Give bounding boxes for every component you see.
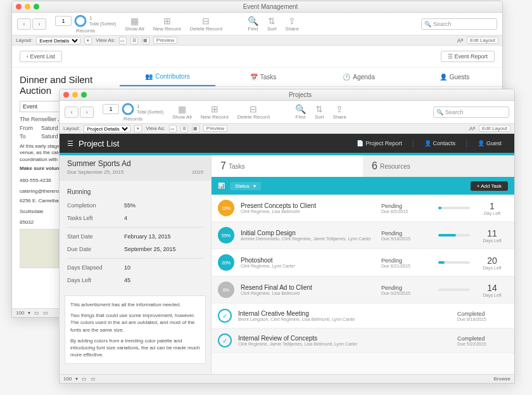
tab-resources[interactable]: 6Resources [363,155,514,177]
task-row[interactable]: 55% Initial Comp DesignArmine Delmontell… [212,222,514,249]
form-view-button[interactable]: ▭ [169,125,177,133]
back-event-list-button[interactable]: ‹ Event List [20,51,62,62]
close-icon[interactable] [63,92,69,98]
note-p1: This advertisment has all the informatio… [70,301,200,308]
layout-bar: Layout: Event Details ▾ View As: ▭ ☰ ▦ P… [12,36,502,46]
mode-label[interactable]: Browse [493,376,510,382]
to-value: Saturd [41,133,58,139]
task-row[interactable]: ✓ Internal Review of ConceptsClint Regim… [212,328,514,353]
elapsed-value: 10 [124,264,130,271]
tab-contributors[interactable]: 👥Contributors [120,68,215,86]
task-assignees: Clint Regimine, Jamie Tellijames, Lisa B… [238,342,451,346]
task-list: 10% Present Concepts to ClientClint Regi… [212,195,514,383]
record-number-input[interactable] [55,16,72,26]
records-label: Records [124,116,142,122]
next-record-button[interactable]: › [80,107,94,118]
record-total: 1Total (Sorted) [137,103,163,115]
search-icon: 🔍 [424,21,431,27]
table-view-button[interactable]: ▦ [142,37,149,44]
toolbar: ‹ › 1Total (Sorted) Records ▦Show All ⊞N… [60,101,514,124]
new-record-button[interactable]: ⊞New Record [153,16,181,32]
edit-layout-button[interactable]: Edit Layout [467,37,498,44]
task-title: Initial Comp Design [241,230,375,236]
add-task-button[interactable]: + Add Task [471,181,508,191]
task-row[interactable]: 0% Resend Final Ad to ClientClint Regimi… [212,276,514,304]
delete-record-button[interactable]: ⊟Delete Record [190,16,222,32]
to-label: To [20,133,39,139]
project-name: Summer Sports Ad [67,159,203,168]
check-icon: ✓ [218,309,232,323]
sb-icon2[interactable]: ▭ [91,376,96,382]
preview-button[interactable]: Preview [203,125,227,132]
show-all-button[interactable]: ▦Show All [172,105,192,120]
task-row[interactable]: 20% PhotoshootClint Regimine, Lynn Carte… [212,249,514,276]
task-title: Internal Creative Meeting [238,310,451,317]
zoom-icon[interactable] [81,92,87,98]
sb-icon[interactable]: ▭ [82,376,87,382]
preview-button[interactable]: Preview [153,37,177,44]
due-label: Due Date [67,246,124,252]
list-view-button[interactable]: ☰ [180,125,188,133]
tab-tasks[interactable]: 7Tasks [212,155,363,177]
sb-icon[interactable]: ▭ [34,310,39,316]
project-note[interactable]: This advertisment has all the informatio… [65,295,206,364]
minimize-icon[interactable] [25,4,30,10]
zoom-icon[interactable] [34,4,39,10]
find-button[interactable]: 🔍Find [295,105,306,120]
guest-button[interactable]: 👤Guest [472,140,507,146]
zoom-value[interactable]: 100 [63,376,72,382]
progress-bar [438,261,470,264]
prev-record-button[interactable]: ‹ [17,18,31,30]
event-report-button[interactable]: ☰ Event Report [441,51,495,62]
find-button[interactable]: 🔍Find [248,16,258,32]
layout-select[interactable]: Project Details [84,125,130,133]
task-due: Due 5/22/2015 [457,342,508,346]
map-thumbnail[interactable] [20,229,59,268]
project-list-header: ☰ Project List 📄Project Report | 👤Contac… [60,134,514,153]
task-status: Completed [457,335,508,342]
list-view-button[interactable]: ☰ [130,37,138,44]
task-row[interactable]: 10% Present Concepts to ClientClint Regi… [212,195,514,222]
tab-agenda[interactable]: 🕐Agenda [311,68,407,86]
progress-badge: 10% [218,200,234,216]
delete-record-button[interactable]: ⊟Delete Record [238,105,270,120]
show-all-button[interactable]: ▦Show All [125,16,144,32]
text-size-icon[interactable]: Aª [457,37,463,44]
close-icon[interactable] [16,4,22,10]
new-record-button[interactable]: ⊞New Record [201,105,229,120]
prev-record-button[interactable]: ‹ [65,107,79,118]
edit-layout-button[interactable]: Edit Layout [479,125,510,132]
tab-guests[interactable]: 👤Guests [407,68,502,86]
search-input[interactable]: 🔍Search [433,107,509,118]
sort-button[interactable]: ⇅Sort [267,16,277,32]
progress-badge: 20% [218,254,234,271]
zoom-value[interactable]: 100 [16,310,24,316]
titlebar[interactable]: Projects [60,89,514,101]
sb-icon2[interactable]: ▭ [43,310,48,316]
people-icon: 👥 [145,73,153,80]
minimize-icon[interactable] [72,92,78,98]
tab-tasks[interactable]: 📅Tasks [215,68,311,86]
chart-icon[interactable]: 📊 [218,183,225,189]
next-record-button[interactable]: › [32,18,46,30]
layout-select[interactable]: Event Details [36,37,80,44]
days-left: 1Day Left [476,201,508,216]
dropdown-icon[interactable]: ▾ [134,125,142,133]
sort-button[interactable]: ⇅Sort [315,105,324,120]
project-report-button[interactable]: 📄Project Report [352,140,407,146]
window-title: Event Management [42,3,498,10]
record-number-input[interactable] [103,104,119,114]
form-view-button[interactable]: ▭ [119,37,127,44]
contacts-button[interactable]: 👤Contacts [419,140,461,146]
calendar-icon: 📅 [250,74,258,81]
task-row[interactable]: ✓ Internal Creative MeetingBrent Langsto… [212,304,514,328]
dropdown-icon[interactable]: ▾ [84,37,92,44]
status-filter[interactable]: Status▾ [230,182,261,190]
share-button[interactable]: ⇪Share [333,105,346,120]
progress-bar [438,234,470,236]
text-size-icon[interactable]: Aª [469,126,475,132]
share-button[interactable]: ⇪Share [286,16,299,32]
search-input[interactable]: 🔍Search [421,18,497,30]
titlebar[interactable]: Event Management [12,1,502,13]
table-view-button[interactable]: ▦ [192,125,200,133]
